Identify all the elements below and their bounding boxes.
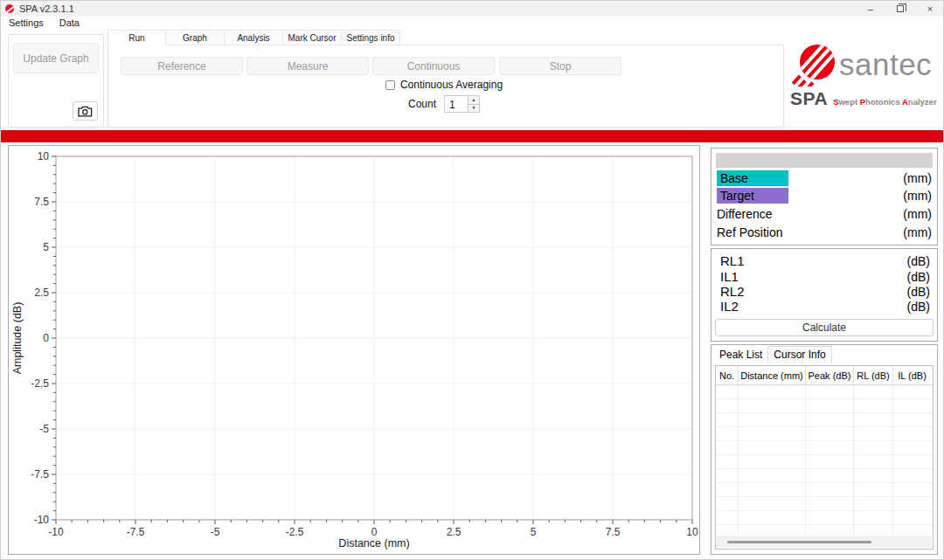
table-cell [806, 399, 854, 412]
reference-button[interactable]: Reference [121, 57, 243, 75]
tab-run[interactable]: Run [108, 30, 166, 45]
maximize-icon [897, 5, 904, 12]
rl1-label: RL1 [720, 253, 745, 268]
table-row [716, 511, 933, 525]
table-cell [854, 511, 893, 524]
table-cell [739, 427, 806, 440]
table-cell [716, 483, 739, 496]
continuous-averaging-label: Continuous Averaging [400, 79, 503, 91]
table-cell [739, 441, 806, 454]
col-il[interactable]: IL (dB) [893, 366, 931, 384]
table-cell [893, 511, 931, 524]
col-distance[interactable]: Distance (mm) [739, 366, 806, 384]
svg-text:-10: -10 [34, 514, 50, 526]
table-cell [739, 385, 806, 398]
menu-settings[interactable]: Settings [1, 17, 52, 30]
update-graph-button[interactable]: Update Graph [13, 43, 99, 73]
col-rl[interactable]: RL (dB) [854, 366, 893, 384]
target-unit: (mm) [903, 189, 932, 203]
svg-text:-7.5: -7.5 [31, 468, 49, 480]
svg-text:-2.5: -2.5 [31, 377, 49, 390]
stop-button[interactable]: Stop [499, 57, 621, 75]
tab-analysis[interactable]: Analysis [225, 30, 283, 45]
window-title: SPA v2.3.1.1 [19, 3, 74, 14]
svg-text:Amplitude (dB): Amplitude (dB) [11, 302, 24, 375]
table-cell [806, 441, 854, 454]
table-cell [739, 413, 806, 426]
minimize-button[interactable]: – [856, 1, 885, 17]
measure-button[interactable]: Measure [246, 57, 369, 75]
svg-text:7.5: 7.5 [34, 196, 49, 208]
santec-ball-icon [790, 43, 837, 86]
target-label: Target [717, 188, 788, 204]
table-cell [806, 497, 854, 510]
count-row: Count 1 ▲ ▼ [348, 95, 540, 113]
table-cell [716, 497, 739, 510]
table-cell [716, 455, 739, 468]
tab-peak-list[interactable]: Peak List [714, 347, 767, 363]
position-header-bar [716, 153, 933, 168]
horizontal-scrollbar[interactable] [717, 536, 932, 548]
table-row [716, 399, 933, 413]
table-row [716, 483, 933, 497]
spin-up-icon[interactable]: ▲ [469, 96, 479, 105]
table-cell [716, 441, 739, 454]
table-cell [716, 511, 739, 524]
spin-down-icon[interactable]: ▼ [469, 105, 479, 113]
row-rl2: RL2 (dB) [720, 284, 930, 299]
table-row [716, 497, 933, 511]
peak-panel: Peak List Cursor Info No. Distance (mm) … [711, 344, 938, 555]
scrollbar-thumb[interactable] [727, 541, 871, 543]
loss-box: RL1 (dB) IL1 (dB) RL2 (dB) IL2 (dB) Calc… [711, 248, 938, 342]
table-cell [806, 455, 854, 468]
tab-graph[interactable]: Graph [166, 30, 225, 45]
amplitude-distance-chart[interactable]: -10-7.5-5-2.502.557.510107.552.50-2.5-5-… [9, 146, 699, 554]
close-button[interactable]: × [915, 1, 944, 17]
rl1-unit: (dB) [907, 254, 930, 268]
continuous-averaging-row: Continuous Averaging [348, 78, 540, 92]
row-base: Base (mm) [717, 169, 932, 187]
table-cell [806, 469, 854, 482]
position-box: Base (mm) Target (mm) Difference (mm) Re… [711, 148, 938, 245]
row-target: Target (mm) [717, 187, 932, 204]
svg-text:-2.5: -2.5 [286, 526, 304, 538]
product-name: SPA [790, 88, 828, 109]
table-cell [716, 469, 739, 482]
peak-table-body [716, 385, 933, 539]
table-cell [854, 427, 893, 440]
svg-text:7.5: 7.5 [606, 526, 621, 538]
santec-logo: santec [790, 43, 942, 86]
rl2-label: RL2 [720, 284, 745, 299]
maximize-button[interactable] [885, 1, 915, 17]
screenshot-button[interactable] [73, 101, 98, 121]
table-cell [716, 399, 739, 412]
svg-text:-5: -5 [211, 526, 220, 538]
col-no[interactable]: No. [716, 366, 739, 384]
il2-label: IL2 [720, 299, 739, 314]
table-cell [806, 511, 854, 524]
main-tab-strip: Run Graph Analysis Mark Cursor Settings … [108, 30, 400, 45]
table-cell [893, 413, 931, 426]
calculate-button[interactable]: Calculate [715, 319, 934, 336]
tab-mark-cursor[interactable]: Mark Cursor [283, 30, 342, 45]
count-value[interactable]: 1 [445, 96, 468, 112]
table-cell [893, 455, 931, 468]
continuous-averaging-checkbox[interactable] [385, 80, 395, 90]
svg-text:10: 10 [38, 150, 50, 162]
table-cell [854, 469, 893, 482]
title-bar: SPA v2.3.1.1 – × [1, 1, 944, 17]
tab-cursor-info[interactable]: Cursor Info [767, 346, 831, 363]
peak-tab-strip: Peak List Cursor Info [714, 347, 832, 363]
menu-data[interactable]: Data [52, 17, 87, 30]
count-spinner[interactable]: 1 ▲ ▼ [444, 95, 480, 113]
menu-bar: Settings Data [1, 17, 944, 30]
table-cell [854, 385, 893, 398]
santec-wordmark: santec [839, 47, 932, 82]
table-row [716, 441, 933, 455]
svg-text:-5: -5 [39, 423, 49, 435]
difference-label: Difference [717, 207, 773, 221]
col-peak[interactable]: Peak (dB) [806, 366, 854, 384]
table-cell [739, 483, 806, 496]
tab-settings-info[interactable]: Settings info [342, 30, 400, 45]
continuous-button[interactable]: Continuous [372, 57, 495, 75]
